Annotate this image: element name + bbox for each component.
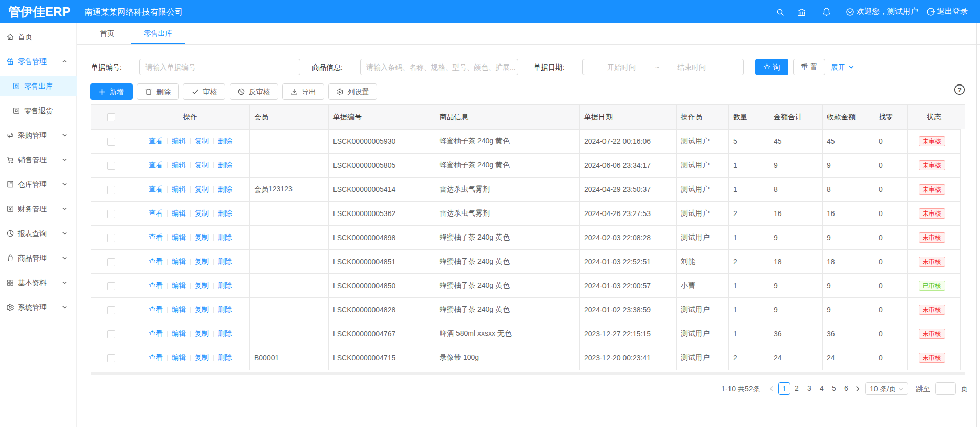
svg-text:?: ? [957,87,962,94]
